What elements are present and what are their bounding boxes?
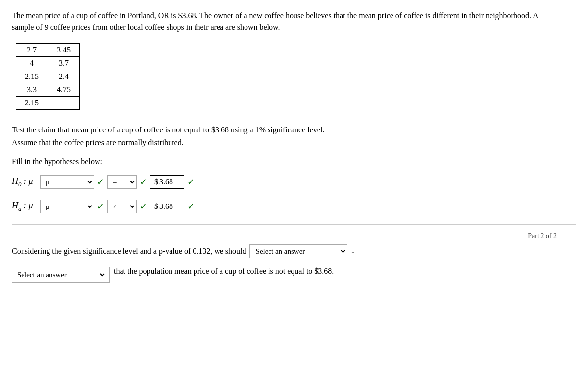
bottom-text: that the population mean price of a cup … (114, 267, 334, 276)
h0-label: H0 : μ (12, 176, 35, 188)
table-cell: 4 (16, 57, 48, 70)
ha-row: Ha : μ μ ✓ ≠ = < > ≤ ≥ ✓ $3.68 ✓ (12, 200, 576, 213)
ha-variable-select[interactable]: μ (40, 200, 94, 213)
table-cell: 3.3 (16, 83, 48, 97)
fill-in-label: Fill in the hypotheses below: (12, 157, 576, 166)
ha-value-box: $3.68 (150, 200, 184, 213)
data-table: 2.73.4543.72.152.43.34.752.15 (16, 43, 80, 110)
h0-value: 3.68 (159, 178, 173, 186)
ha-check2: ✓ (140, 201, 147, 212)
ha-check1: ✓ (97, 201, 104, 212)
table-cell: 2.4 (48, 70, 80, 83)
part-label: Part 2 of 2 (12, 232, 576, 240)
considering-text: Considering the given significance level… (12, 247, 246, 256)
ha-operator-select[interactable]: ≠ = < > ≤ ≥ (107, 200, 137, 213)
h0-operator-select[interactable]: = ≠ < > ≤ ≥ (107, 175, 137, 189)
claim-text: Test the claim that mean price of a cup … (12, 124, 551, 149)
h0-check3: ✓ (187, 177, 195, 187)
h0-dollar-sign: $ (154, 178, 158, 186)
ha-check3: ✓ (187, 201, 195, 212)
table-cell: 4.75 (48, 83, 80, 97)
answer-select-inline[interactable]: Select an answer reject H₀ fail to rejec… (249, 244, 347, 258)
h0-check2: ✓ (140, 177, 147, 187)
ha-dollar-sign: $ (154, 202, 158, 211)
ha-label: Ha : μ (12, 201, 35, 213)
bottom-answer-select[interactable]: Select an answer reject fail to reject (15, 270, 106, 279)
divider (12, 224, 576, 225)
intro-text: The mean price of a cup of coffee in Por… (12, 10, 551, 33)
bottom-row: Select an answer reject fail to reject t… (12, 267, 576, 283)
dropdown-arrow-inline: ⌄ (350, 248, 355, 255)
table-cell: 3.45 (48, 44, 80, 57)
bottom-select-container[interactable]: Select an answer reject fail to reject (12, 267, 110, 283)
table-cell: 2.15 (16, 70, 48, 83)
considering-row: Considering the given significance level… (12, 244, 576, 258)
h0-value-box: $3.68 (150, 175, 184, 189)
table-cell: 2.15 (16, 97, 48, 110)
table-cell (48, 97, 80, 110)
h0-variable-select[interactable]: μ (40, 175, 94, 189)
h0-check1: ✓ (97, 177, 104, 187)
table-cell: 3.7 (48, 57, 80, 70)
h0-row: H0 : μ μ ✓ = ≠ < > ≤ ≥ ✓ $3.68 ✓ (12, 175, 576, 189)
ha-value: 3.68 (159, 202, 173, 211)
table-cell: 2.7 (16, 44, 48, 57)
